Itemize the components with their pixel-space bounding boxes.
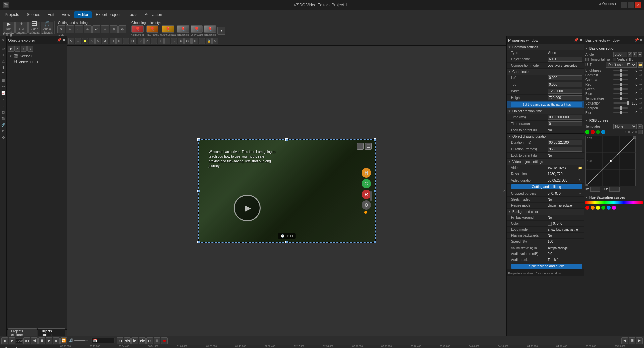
- select-tool[interactable]: ▭: [75, 25, 83, 33]
- height-value[interactable]: 720.000: [548, 95, 582, 100]
- effects-close-icon[interactable]: ✕: [640, 38, 643, 42]
- reset-curves-btn[interactable]: ↩: [638, 130, 643, 134]
- cutting-btn[interactable]: Cutting and splitting: [511, 184, 582, 189]
- skip-start-btn[interactable]: ⏮: [117, 337, 123, 344]
- right-btn[interactable]: →: [171, 38, 177, 44]
- cut-tool[interactable]: ✂: [66, 25, 74, 33]
- ellipse-tool[interactable]: ○: [0, 52, 6, 58]
- templates-edit-btn[interactable]: ✏: [638, 124, 643, 129]
- handle-top-center[interactable]: [285, 138, 288, 141]
- templates-select[interactable]: None: [613, 124, 637, 129]
- next-btn[interactable]: ▶: [46, 337, 52, 344]
- up-btn[interactable]: ↑: [151, 38, 157, 44]
- handle-mid-right[interactable]: [374, 190, 376, 192]
- chart-tool[interactable]: 📈: [0, 90, 6, 96]
- handle-mid-left[interactable]: [197, 190, 200, 192]
- green-channel-dot-2[interactable]: [596, 130, 600, 134]
- rotate-btn[interactable]: ↻: [95, 38, 101, 44]
- hue-sat-header[interactable]: ▼ Hue Saturation curves: [585, 195, 643, 200]
- play-btn[interactable]: ▶: [9, 337, 15, 344]
- menu-activation[interactable]: Activation: [141, 11, 165, 18]
- contrast-track[interactable]: [613, 74, 628, 76]
- text-tool[interactable]: T: [0, 71, 6, 77]
- handle-bot-right[interactable]: [374, 241, 376, 243]
- blur-thumb[interactable]: [620, 111, 622, 114]
- group-btn[interactable]: ⊟: [123, 38, 129, 44]
- step-fwd-btn[interactable]: ▶▶: [139, 337, 146, 344]
- box-tool[interactable]: ◻: [0, 109, 6, 115]
- gamma-track[interactable]: [613, 79, 628, 80]
- objects-tab[interactable]: Objects explorer: [38, 328, 66, 337]
- triangle-tool[interactable]: △: [0, 58, 6, 64]
- time-ms-value[interactable]: 00:00:00.000: [548, 115, 582, 120]
- link-tool[interactable]: 🔗: [0, 122, 6, 128]
- temperature-track[interactable]: [613, 98, 628, 99]
- table-tool[interactable]: ▦: [0, 77, 6, 83]
- green-channel-dot[interactable]: [585, 130, 589, 134]
- maximize-button[interactable]: □: [628, 2, 634, 8]
- handle-center[interactable]: [355, 190, 357, 192]
- parent-has-btn[interactable]: Set the same size as the parent has: [511, 102, 582, 107]
- quality-select[interactable]: 720p: [16, 338, 23, 343]
- hue-green-dot[interactable]: [601, 206, 605, 210]
- next-frame-btn[interactable]: ⏭: [53, 337, 60, 344]
- objects-pin-icon[interactable]: 📌: [57, 38, 62, 42]
- angle-input[interactable]: [613, 52, 627, 57]
- rectangle-tool[interactable]: ▭: [0, 45, 6, 51]
- video-object-header[interactable]: ▼ Video object settings: [507, 159, 584, 165]
- ungroup-btn[interactable]: ⊡: [130, 38, 136, 44]
- audio-effects-button[interactable]: 🎵 Audio effects~: [41, 22, 53, 34]
- angle-ccw-btn[interactable]: ↺: [628, 52, 632, 57]
- sharpen-reset[interactable]: ↩: [639, 106, 643, 110]
- coordinates-header[interactable]: ▼ Coordinates: [507, 69, 584, 75]
- settings-canvas-btn[interactable]: ⚙: [212, 38, 218, 44]
- effects-pin-icon[interactable]: 📌: [634, 38, 639, 42]
- menu-scenes[interactable]: Scenes: [23, 11, 43, 18]
- duration-frames-value[interactable]: 9663: [548, 147, 582, 152]
- close-button[interactable]: ✕: [635, 2, 641, 8]
- lock-btn[interactable]: 🔒: [206, 38, 212, 44]
- video-tool[interactable]: 🎬: [0, 115, 6, 121]
- top-value[interactable]: 0.000: [548, 82, 582, 87]
- select-arrow-tool[interactable]: ↖: [0, 37, 6, 43]
- gamma-reset[interactable]: ↩: [639, 78, 643, 82]
- tree-scene-0[interactable]: ▼ 🎬 Scene 0: [8, 53, 65, 59]
- green-thumb[interactable]: [620, 87, 622, 91]
- redo-tool[interactable]: ↪: [101, 25, 109, 33]
- select-btn[interactable]: ↖: [68, 38, 74, 44]
- snap-btn[interactable]: ⊞: [192, 38, 198, 44]
- step-back-btn[interactable]: ◀◀: [124, 337, 131, 344]
- properties-window-link[interactable]: Properties window: [508, 272, 533, 275]
- common-settings-header[interactable]: ▼ Common settings: [507, 44, 584, 50]
- h-flip-checkbox[interactable]: [585, 58, 589, 61]
- align-left-btn[interactable]: ⊣: [110, 38, 116, 44]
- handle-bot-center[interactable]: [285, 241, 288, 243]
- video-refresh-icon[interactable]: ↻: [578, 178, 582, 183]
- handle-bot-left[interactable]: [197, 241, 200, 243]
- angle-cw-btn[interactable]: ↻: [633, 52, 637, 57]
- skip-end-btn[interactable]: ⏭: [146, 337, 153, 344]
- bring-front-btn[interactable]: ↗: [144, 38, 150, 44]
- angle-reset-btn[interactable]: ↩: [638, 52, 642, 57]
- grayscale-btn-1[interactable]: 🎈 Grayscale: [177, 25, 189, 36]
- blue-thumb[interactable]: [620, 92, 622, 95]
- hue-yellow-dot[interactable]: [596, 206, 600, 210]
- zoom-out-btn[interactable]: ⊖: [184, 38, 191, 44]
- minimize-button[interactable]: ─: [621, 2, 627, 8]
- grayscale-btn-2[interactable]: 🎈 Grayscale: [191, 25, 203, 36]
- basic-correction-header[interactable]: ▼ Basic correction: [585, 46, 643, 51]
- grid-btn[interactable]: ⊟: [199, 38, 205, 44]
- loop-btn[interactable]: 🔁: [60, 337, 67, 344]
- brightness-thumb[interactable]: [620, 69, 622, 72]
- settings-icon[interactable]: ⚙ Options ▾: [598, 2, 616, 8]
- pen-draw-tool[interactable]: ✏: [0, 83, 6, 89]
- obj-up-btn[interactable]: ↑: [21, 46, 27, 52]
- play-pause-btn[interactable]: ⏸: [38, 337, 45, 344]
- in-input[interactable]: [590, 187, 600, 192]
- saturation-track[interactable]: [613, 102, 628, 104]
- undo-tool[interactable]: ↩: [92, 25, 100, 33]
- temperature-reset[interactable]: ↩: [639, 96, 643, 100]
- menu-projects[interactable]: Projects: [1, 11, 22, 18]
- color-swatch[interactable]: [548, 222, 552, 226]
- handle-top-right[interactable]: [374, 138, 376, 141]
